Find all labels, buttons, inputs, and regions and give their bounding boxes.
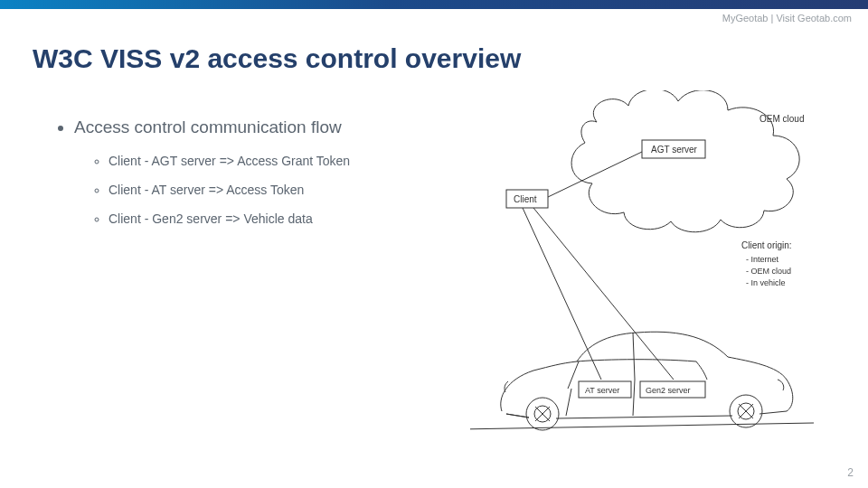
page-number: 2 [847, 466, 854, 479]
sub-bullet-2: Client - AT server => Access Token [108, 183, 452, 197]
sub-bullet-list: Client - AGT server => Access Grant Toke… [74, 154, 452, 226]
content-area: Access control communication flow Client… [54, 117, 452, 242]
slide: MyGeotab | Visit Geotab.com W3C VISS v2 … [0, 0, 868, 488]
header-link[interactable]: MyGeotab | Visit Geotab.com [722, 13, 852, 23]
sub-bullet-3: Client - Gen2 server => Vehicle data [108, 211, 452, 226]
agt-server-label: AGT server [651, 145, 698, 155]
top-accent-bar [0, 0, 868, 9]
architecture-diagram: OEM cloud AGT server Client Client origi… [470, 90, 850, 452]
client-label: Client [514, 194, 537, 204]
gen2-server-label: Gen2 server [646, 386, 691, 395]
origin-item-3: - In vehicle [746, 278, 786, 287]
bullet-list: Access control communication flow Client… [54, 117, 452, 226]
slide-title: W3C VISS v2 access control overview [33, 43, 521, 74]
origin-title: Client origin: [741, 240, 792, 250]
origin-item-1: - Internet [746, 255, 779, 264]
bullet-main: Access control communication flow Client… [74, 117, 452, 226]
line-client-at [523, 208, 601, 380]
bullet-main-text: Access control communication flow [74, 117, 342, 136]
line-client-agt [548, 152, 642, 197]
line-client-gen2 [533, 208, 674, 380]
svg-line-0 [470, 423, 814, 429]
sub-bullet-1: Client - AGT server => Access Grant Toke… [108, 154, 452, 168]
cloud-icon: OEM cloud [571, 90, 804, 232]
origin-item-2: - OEM cloud [746, 267, 791, 276]
at-server-label: AT server [585, 386, 619, 395]
cloud-label: OEM cloud [760, 114, 804, 124]
